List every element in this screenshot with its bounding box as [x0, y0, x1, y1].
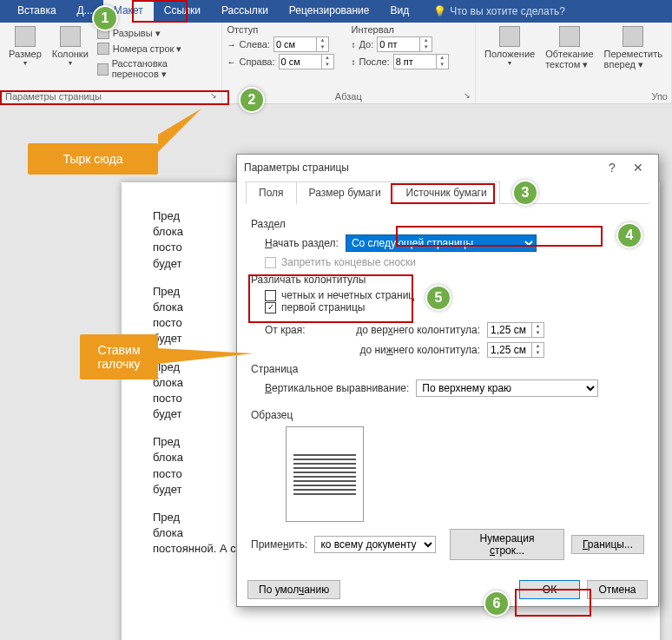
preview-label: Образец — [251, 409, 644, 421]
size-label: Размер — [9, 49, 42, 59]
tab-insert[interactable]: Вставка — [7, 0, 67, 23]
footer-distance-input[interactable] — [487, 342, 532, 358]
odd-even-label: четных и нечетных страниц — [281, 289, 414, 301]
forward-label: Переместить вперед ▾ — [604, 49, 662, 70]
apply-label: Применить: — [251, 538, 307, 551]
dialog-titlebar[interactable]: Параметры страницы ? ✕ — [237, 155, 658, 181]
default-button[interactable]: По умолчанию — [247, 580, 340, 599]
to-footer-label: до нижнего колонтитула: — [333, 344, 480, 356]
spacing-before-input[interactable] — [377, 36, 420, 52]
annotation-marker-3: 3 — [512, 180, 538, 206]
tab-review[interactable]: Рецензирование — [279, 0, 380, 23]
page-setup-dialog: Параметры страницы ? ✕ Поля Размер бумаг… — [236, 154, 659, 607]
dialog-tabs: Поля Размер бумаги Источник бумаги — [246, 181, 649, 204]
valign-label: Вертикальное выравнивание: — [265, 382, 409, 394]
cancel-button[interactable]: Отмена — [587, 580, 648, 599]
tab-view[interactable]: Вид — [380, 0, 420, 23]
size-button[interactable]: Размер▾ — [5, 24, 45, 69]
spacing-before-label: До: — [359, 39, 374, 49]
page-setup-launcher[interactable]: ↘ — [208, 89, 220, 102]
indent-right-label: Справа: — [240, 56, 275, 67]
spacing-after-input[interactable] — [393, 54, 437, 69]
suppress-endnotes-check: Запретить концевые сноски — [265, 256, 644, 268]
arrange-group-label: Упо — [476, 91, 671, 102]
tab-paper-size[interactable]: Размер бумаги — [296, 181, 394, 204]
callout-2: Ставим галочку — [80, 334, 158, 379]
dialog-title: Параметры страницы — [244, 162, 349, 174]
down-arrow-icon[interactable]: ▼ — [317, 44, 328, 51]
callout-1: Тырк сюда — [28, 143, 158, 175]
indent-left-input[interactable] — [273, 36, 317, 52]
position-icon — [499, 26, 520, 47]
tab-references[interactable]: Ссылки — [154, 0, 211, 23]
tab-fields[interactable]: Поля — [246, 181, 297, 204]
page-setup-group-label: Параметры страницы — [0, 91, 221, 102]
line-numbers-button[interactable]: Нумерация строк... — [450, 529, 564, 560]
ok-button[interactable]: ОК — [519, 580, 580, 599]
checkbox-icon[interactable]: ✓ — [265, 302, 276, 313]
header-distance-input[interactable] — [487, 322, 532, 338]
tell-me-text: Что вы хотите сделать? — [450, 5, 565, 17]
wrap-icon — [559, 26, 580, 47]
close-button[interactable]: ✕ — [625, 161, 651, 175]
columns-button[interactable]: Колонки▾ — [49, 24, 92, 69]
breaks-label: Разрывы ▾ — [113, 28, 161, 39]
valign-combo[interactable]: По верхнему краю — [416, 379, 598, 397]
indent-label: Отступ — [227, 24, 334, 35]
position-button[interactable]: Положение▾ — [481, 24, 538, 72]
annotation-marker-1: 1 — [92, 5, 118, 31]
section-start-combo[interactable]: Со следующей страницы — [346, 234, 537, 252]
line-numbers-label: Номера строк ▾ — [113, 43, 182, 55]
suppress-endnotes-label: Запретить концевые сноски — [281, 256, 416, 268]
indent-left-label: Слева: — [240, 39, 270, 49]
tab-mailings[interactable]: Рассылки — [211, 0, 279, 23]
first-page-check[interactable]: ✓ первой страницы — [265, 301, 644, 313]
annotation-marker-2: 2 — [239, 87, 265, 113]
tell-me[interactable]: 💡 Что вы хотите сделать? — [419, 0, 565, 23]
paragraph-launcher[interactable]: ↘ — [461, 89, 473, 102]
wrap-text-button[interactable]: Обтекание текстом ▾ — [542, 24, 596, 72]
up-arrow-icon[interactable]: ▲ — [317, 37, 328, 44]
annotation-marker-5: 5 — [425, 285, 451, 311]
tab-paper-source[interactable]: Источник бумаги — [393, 181, 500, 204]
section-label: Раздел — [251, 218, 644, 230]
size-icon — [15, 26, 36, 47]
to-header-label: до верхнего колонтитула: — [333, 324, 480, 336]
checkbox-icon[interactable] — [265, 290, 276, 301]
position-label: Положение — [484, 49, 535, 59]
ribbon: Размер▾ Колонки▾ Разрывы ▾ Номера строк … — [0, 23, 672, 104]
from-edge-label: От края: — [265, 324, 326, 336]
line-numbers-icon — [97, 43, 109, 55]
indent-right-input[interactable] — [279, 54, 322, 69]
bring-forward-button[interactable]: Переместить вперед ▾ — [601, 24, 666, 72]
columns-label: Колонки — [52, 49, 89, 59]
preview-box — [286, 426, 364, 522]
borders-button[interactable]: Границы... — [571, 535, 644, 554]
hyphenation-button[interactable]: Расстановка переносов ▾ — [96, 57, 216, 81]
apply-combo[interactable]: ко всему документу — [314, 536, 436, 553]
first-page-label: первой страницы — [281, 301, 365, 313]
spacing-label: Интервал — [352, 24, 449, 35]
annotation-marker-4: 4 — [616, 222, 642, 248]
hyphenation-label: Расстановка переносов ▾ — [112, 58, 214, 80]
odd-even-check[interactable]: четных и нечетных страниц — [265, 289, 644, 301]
annotation-marker-6: 6 — [484, 591, 510, 617]
section-start-label: Начать раздел: — [265, 237, 339, 249]
line-numbers-button[interactable]: Номера строк ▾ — [96, 42, 216, 56]
checkbox-icon — [265, 257, 276, 268]
hyphenation-icon — [97, 63, 109, 76]
lightbulb-icon: 💡 — [433, 5, 446, 17]
help-button[interactable]: ? — [599, 161, 625, 175]
columns-icon — [60, 26, 81, 47]
wrap-label: Обтекание текстом ▾ — [545, 49, 593, 70]
forward-icon — [623, 26, 643, 47]
page-section-label: Страница — [251, 363, 644, 375]
headers-label: Различать колонтитулы — [251, 274, 644, 286]
spacing-after-label: После: — [359, 56, 390, 67]
